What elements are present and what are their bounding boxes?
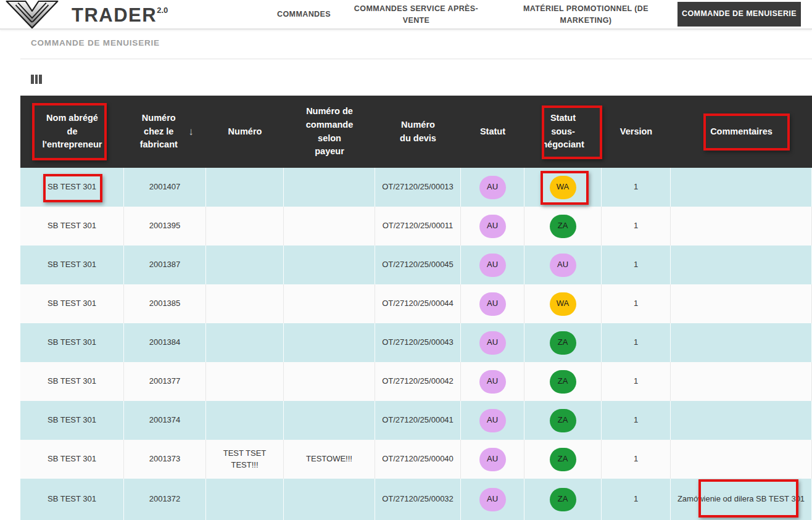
- cell-payer-order-no: [284, 207, 375, 246]
- cell-contractor: SB TEST 301: [20, 440, 124, 479]
- table-row[interactable]: SB TEST 301 2001372 OT/27120/25/00032 AU…: [20, 479, 812, 520]
- cell-contractor: SB TEST 301: [20, 479, 124, 520]
- table-header: Nom abrégé de l'entrepreneur Numéro chez…: [20, 96, 812, 168]
- cell-quote-no: OT/27120/25/00013: [375, 168, 461, 207]
- cell-contractor: SB TEST 301: [20, 401, 124, 440]
- status-badge: AU: [479, 331, 506, 355]
- status-badge: AU: [479, 176, 506, 199]
- table-body: SB TEST 301 2001407 OT/27120/25/00013 AU…: [20, 168, 812, 520]
- cell-contractor: SB TEST 301: [20, 284, 124, 323]
- table-row[interactable]: SB TEST 301 2001407 OT/27120/25/00013 AU…: [20, 168, 812, 207]
- cell-numero: [206, 323, 284, 362]
- cell-contractor: SB TEST 301: [20, 207, 124, 246]
- cell-contractor: SB TEST 301: [20, 168, 124, 207]
- cell-quote-no: OT/27120/25/00032: [375, 479, 461, 520]
- col-header-sub-dealer-status[interactable]: Statut sous-négociant: [524, 96, 602, 168]
- cell-contractor: SB TEST 301: [20, 323, 124, 362]
- cell-quote-no: OT/27120/25/00044: [375, 284, 461, 323]
- top-nav: TRADER2.0 COMMANDES COMMANDES SERVICE AP…: [0, 0, 812, 30]
- app-version: 2.0: [157, 6, 168, 15]
- status-badge: AU: [479, 409, 506, 432]
- cell-manufacturer-no: 2001377: [124, 362, 206, 401]
- cell-version: 1: [602, 168, 671, 207]
- col-header-contractor[interactable]: Nom abrégé de l'entrepreneur: [20, 96, 124, 168]
- nav-item-commandes-sav[interactable]: COMMANDES SERVICE APRÈS-VENTE: [344, 0, 489, 30]
- status-badge: AU: [479, 215, 506, 238]
- col-header-numero[interactable]: Numéro: [206, 96, 284, 168]
- status-badge: AU: [479, 370, 506, 394]
- cell-quote-no: OT/27120/25/00042: [375, 362, 461, 401]
- status-badge: AU: [479, 488, 506, 511]
- table-row[interactable]: SB TEST 301 2001395 OT/27120/25/00011 AU…: [20, 207, 812, 246]
- table-row[interactable]: SB TEST 301 2001384 OT/27120/25/00043 AU…: [20, 323, 812, 362]
- cell-version: 1: [602, 284, 671, 323]
- brand[interactable]: TRADER2.0: [5, 1, 168, 29]
- col-header-comments[interactable]: Commentaires: [671, 96, 812, 168]
- sub-dealer-status-badge: ZA: [550, 215, 576, 238]
- cell-payer-order-no: [284, 168, 375, 207]
- col-header-payer-order-no[interactable]: Numéro de commande selon payeur: [284, 96, 375, 168]
- cell-payer-order-no: [284, 479, 375, 520]
- cell-numero: [206, 168, 284, 207]
- cell-comments: [671, 440, 812, 479]
- cell-version: 1: [602, 401, 671, 440]
- table-row[interactable]: SB TEST 301 2001374 OT/27120/25/00041 AU…: [20, 401, 812, 440]
- cell-manufacturer-no: 2001387: [124, 246, 206, 284]
- cell-comments: Zamówienie od dilera SB TEST 301: [671, 479, 812, 520]
- table-row[interactable]: SB TEST 301 2001377 OT/27120/25/00042 AU…: [20, 362, 812, 401]
- sub-dealer-status-badge: ZA: [550, 331, 576, 355]
- cell-payer-order-no: [284, 362, 375, 401]
- cell-numero: [206, 362, 284, 401]
- cell-quote-no: OT/27120/25/00045: [375, 246, 461, 284]
- cell-comments: [671, 362, 812, 401]
- section-divider: [20, 59, 812, 59]
- sub-dealer-status-badge: AU: [550, 254, 576, 277]
- nav-item-commande-de-menuiserie[interactable]: COMMANDE DE MENUISERIE: [677, 2, 801, 27]
- sub-dealer-status-badge: ZA: [550, 370, 576, 394]
- sub-dealer-status-badge: WA: [550, 176, 576, 199]
- cell-numero: [206, 401, 284, 440]
- sort-desc-arrow-icon: ↓: [188, 124, 194, 140]
- status-badge: AU: [479, 292, 506, 316]
- cell-version: 1: [602, 479, 671, 520]
- cell-version: 1: [602, 440, 671, 479]
- nav-item-commandes[interactable]: COMMANDES: [265, 0, 342, 30]
- cell-manufacturer-no: 2001372: [124, 479, 206, 520]
- view-columns-icon[interactable]: [31, 75, 42, 84]
- cell-payer-order-no: [284, 246, 375, 284]
- cell-numero: [206, 284, 284, 323]
- cell-manufacturer-no: 2001384: [124, 323, 206, 362]
- cell-payer-order-no: [284, 284, 375, 323]
- col-header-manufacturer-no[interactable]: Numéro chez le fabricant↓: [124, 96, 206, 168]
- app-title: TRADER2.0: [72, 6, 168, 25]
- cell-comments: [671, 401, 812, 440]
- cell-contractor: SB TEST 301: [20, 362, 124, 401]
- table-row[interactable]: SB TEST 301 2001373 TEST TSET TEST!!! TE…: [20, 440, 812, 479]
- cell-payer-order-no: [284, 323, 375, 362]
- nav-item-materiel-promotionnel[interactable]: MATÉRIEL PROMOTIONNEL (DE MARKETING): [513, 0, 658, 30]
- col-header-quote-no[interactable]: Numéro du devis: [375, 96, 461, 168]
- sub-dealer-status-badge: ZA: [550, 448, 576, 471]
- cell-version: 1: [602, 246, 671, 284]
- cell-comments: [671, 323, 812, 362]
- cell-version: 1: [602, 323, 671, 362]
- cell-numero: TEST TSET TEST!!!: [206, 440, 284, 479]
- sub-dealer-status-badge: ZA: [550, 409, 576, 432]
- sub-dealer-status-badge: WA: [550, 292, 576, 316]
- table-row[interactable]: SB TEST 301 2001385 OT/27120/25/00044 AU…: [20, 284, 812, 323]
- cell-comments: [671, 207, 812, 246]
- status-badge: AU: [479, 448, 506, 471]
- col-header-status[interactable]: Statut: [461, 96, 524, 168]
- col-header-version[interactable]: Version: [602, 96, 671, 168]
- cell-comments: [671, 246, 812, 284]
- status-badge: AU: [479, 254, 506, 277]
- cell-manufacturer-no: 2001407: [124, 168, 206, 207]
- cell-comments: [671, 284, 812, 323]
- w-emblem-logo-icon: [5, 1, 59, 29]
- cell-quote-no: OT/27120/25/00041: [375, 401, 461, 440]
- table-row[interactable]: SB TEST 301 2001387 OT/27120/25/00045 AU…: [20, 246, 812, 284]
- cell-manufacturer-no: 2001395: [124, 207, 206, 246]
- breadcrumb: COMMANDE DE MENUISERIE: [31, 38, 160, 47]
- cell-quote-no: OT/27120/25/00011: [375, 207, 461, 246]
- cell-manufacturer-no: 2001385: [124, 284, 206, 323]
